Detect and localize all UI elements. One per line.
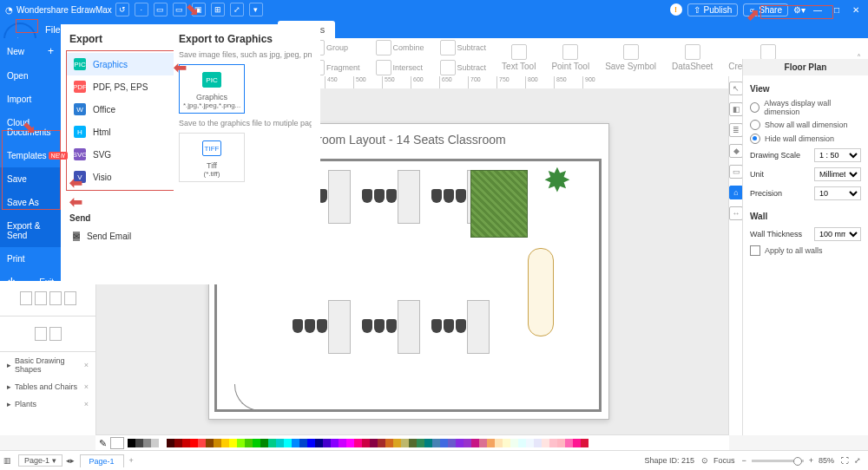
color-swatch[interactable] (385, 439, 393, 447)
color-swatch[interactable] (182, 439, 190, 447)
rtool-dimension-icon[interactable]: ↔ (729, 206, 743, 220)
ribbon-text-tool[interactable]: Text Tool (496, 42, 541, 73)
qat-redo-icon[interactable]: · (135, 3, 148, 16)
color-swatch[interactable] (354, 439, 362, 447)
filemenu-exit[interactable]: ⏻ Exit (0, 271, 61, 294)
maximize-icon[interactable]: □ (830, 5, 844, 15)
color-swatch[interactable] (128, 439, 135, 447)
qat-btn-4[interactable]: ⊞ (211, 3, 225, 16)
color-swatch[interactable] (135, 439, 143, 447)
qat-btn-1[interactable]: ▭ (154, 3, 168, 16)
filemenu-import[interactable]: Import (0, 88, 61, 111)
color-swatch[interactable] (432, 439, 440, 447)
fullscreen-icon[interactable]: ⤢ (854, 456, 861, 465)
color-swatch[interactable] (581, 439, 589, 447)
color-swatch[interactable] (362, 439, 370, 447)
color-swatch[interactable] (214, 439, 221, 447)
color-swatch[interactable] (299, 439, 307, 447)
color-swatch[interactable] (549, 439, 557, 447)
color-swatch[interactable] (542, 439, 549, 447)
rtool-page-icon[interactable]: ▭ (729, 165, 743, 179)
category-basic-shapes[interactable]: ▸ Basic Drawing Shapes× (0, 352, 95, 378)
rtool-layers-icon[interactable]: ≣ (729, 123, 743, 137)
ribbon-intersect[interactable]: Intersect (371, 58, 430, 77)
opt-hide[interactable]: Hide wall dimension (750, 132, 861, 146)
user-avatar-icon[interactable]: ! (670, 3, 682, 16)
eyedropper-icon[interactable]: ✎ (95, 438, 110, 449)
color-swatch[interactable] (378, 439, 385, 447)
qat-btn-2[interactable]: ▭ (173, 3, 187, 16)
rtool-theme-icon[interactable]: ◆ (729, 144, 743, 158)
filemenu-save[interactable]: Save (0, 167, 61, 191)
color-swatch[interactable] (510, 439, 518, 447)
page-next-icon[interactable]: ▸ (70, 456, 75, 465)
color-swatch[interactable] (292, 439, 299, 447)
opt-always-display[interactable]: Always display wall dimension (750, 97, 861, 118)
pages-icon[interactable]: ▥ (3, 456, 11, 465)
apply-all-walls[interactable]: Apply to all walls (750, 244, 861, 258)
color-swatch[interactable] (229, 439, 237, 447)
color-swatch[interactable] (440, 439, 448, 447)
color-swatch[interactable] (284, 439, 292, 447)
color-swatch[interactable] (495, 439, 503, 447)
add-page-icon[interactable]: + (129, 456, 134, 465)
settings-icon[interactable]: ⚙▾ (793, 5, 806, 15)
color-swatch[interactable] (565, 439, 573, 447)
rtool-floorplan-icon[interactable]: ⌂ (729, 186, 743, 199)
door-shape[interactable] (234, 384, 261, 411)
color-swatch[interactable] (456, 439, 464, 447)
color-swatch[interactable] (464, 439, 471, 447)
publish-button[interactable]: ⇧ Publish (687, 3, 739, 16)
zoom-in-icon[interactable]: + (809, 456, 813, 465)
color-swatch[interactable] (237, 439, 245, 447)
ribbon-datasheet[interactable]: DataSheet (667, 42, 718, 73)
color-swatch[interactable] (206, 439, 214, 447)
color-swatch[interactable] (424, 439, 432, 447)
opt-show-all[interactable]: Show all wall dimension (750, 118, 861, 132)
color-swatch[interactable] (518, 439, 526, 447)
filemenu-templates[interactable]: Templates (0, 144, 61, 167)
color-swatch[interactable] (307, 439, 315, 447)
zoom-slider[interactable] (752, 460, 804, 462)
color-swatch[interactable] (276, 439, 284, 447)
color-swatch[interactable] (159, 439, 167, 447)
color-swatch[interactable] (393, 439, 401, 447)
gfx-tile-graphics[interactable]: PIC Graphics *.jpg,*.jpeg,*.png... (179, 64, 245, 114)
color-swatch[interactable] (143, 439, 151, 447)
color-swatch[interactable] (573, 439, 581, 447)
color-swatch[interactable] (471, 439, 479, 447)
gfx-tile-tiff[interactable]: TIFF Tiff (*.tiff) (179, 133, 245, 182)
color-palette[interactable]: ✎ (95, 434, 729, 451)
filemenu-print[interactable]: Print (0, 247, 61, 271)
color-swatch[interactable] (526, 439, 534, 447)
color-swatch[interactable] (245, 439, 253, 447)
color-swatch[interactable] (346, 439, 354, 447)
color-swatch[interactable] (260, 439, 268, 447)
page-select[interactable]: Page-1 ▾ (18, 454, 62, 467)
color-swatch[interactable] (323, 439, 331, 447)
zoom-out-icon[interactable]: − (741, 456, 746, 465)
wall-thickness-select[interactable]: 100 mm (814, 227, 861, 241)
minimize-icon[interactable]: — (811, 5, 825, 15)
color-swatch[interactable] (151, 439, 159, 447)
oval-table[interactable] (528, 248, 554, 336)
color-swatch[interactable] (409, 439, 417, 447)
color-swatch[interactable] (417, 439, 424, 447)
color-swatch[interactable] (167, 439, 174, 447)
page-tab[interactable]: Page-1 (80, 454, 124, 467)
color-swatch[interactable] (221, 439, 229, 447)
drawing-scale-select[interactable]: 1 : 50 (814, 148, 861, 162)
qat-more[interactable]: ▾ (249, 3, 263, 16)
filemenu-cloud[interactable]: Cloud Documents (0, 111, 61, 144)
ribbon-combine[interactable]: Combine (371, 38, 430, 57)
precision-select[interactable]: 10 (814, 186, 861, 200)
category-plants[interactable]: ▸ Plants× (0, 395, 95, 413)
ribbon-point-tool[interactable]: Point Tool (546, 42, 595, 73)
color-swatch[interactable] (557, 439, 565, 447)
color-swatch[interactable] (534, 439, 542, 447)
category-tables-chairs[interactable]: ▸ Tables and Chairs× (0, 378, 95, 395)
filemenu-new[interactable]: New+ (0, 38, 61, 64)
filemenu-open[interactable]: Open (0, 64, 61, 88)
color-swatch[interactable] (253, 439, 260, 447)
color-swatch[interactable] (487, 439, 495, 447)
